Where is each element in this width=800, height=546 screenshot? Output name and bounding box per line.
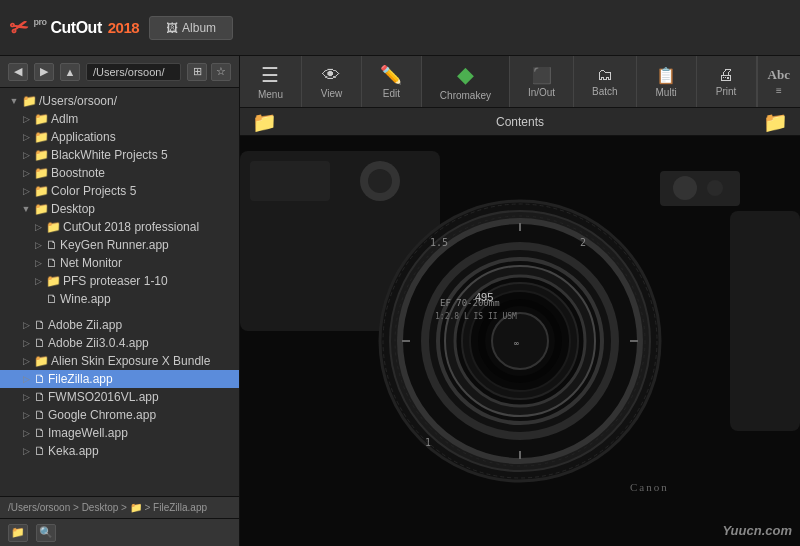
- tree-item-wine[interactable]: ▷ 🗋 Wine.app: [0, 290, 239, 308]
- tree-item-chrome[interactable]: ▷ 🗋 Google Chrome.app: [0, 406, 239, 424]
- view-icon: 👁: [322, 65, 340, 86]
- toolbar-menu[interactable]: ☰ Menu: [240, 56, 302, 107]
- arrow-cutout: ▷: [32, 222, 44, 232]
- chromakey-icon: ◆: [457, 62, 474, 88]
- tree-item-pfs[interactable]: ▷ 📁 PFS proteaser 1-10: [0, 272, 239, 290]
- text-icon[interactable]: Abc: [768, 67, 790, 83]
- svg-text:∞: ∞: [514, 339, 519, 348]
- tree-item-keka[interactable]: ▷ 🗋 Keka.app: [0, 442, 239, 460]
- folder-icon-nav1: 📁: [252, 110, 277, 134]
- arrow-adlm: ▷: [20, 114, 32, 124]
- tree-item-alien-skin[interactable]: ▷ 📁 Alien Skin Exposure X Bundle: [0, 352, 239, 370]
- tree-item-root[interactable]: ▼ 📁 /Users/orsoon/: [0, 92, 239, 110]
- app-icon-wine: 🗋: [46, 292, 58, 306]
- folder-icon-adlm: 📁: [34, 112, 49, 126]
- tree-item-fwmso[interactable]: ▷ 🗋 FWMSO2016VL.app: [0, 388, 239, 406]
- tree-label-filezilla: FileZilla.app: [48, 372, 113, 386]
- toolbar-multi[interactable]: 📋 Multi: [637, 56, 697, 107]
- arrow-alien-skin: ▷: [20, 356, 32, 366]
- tree-item-boostnote[interactable]: ▷ 📁 Boostnote: [0, 164, 239, 182]
- toolbar-view[interactable]: 👁 View: [302, 56, 362, 107]
- tree-label-pfs: PFS proteaser 1-10: [63, 274, 168, 288]
- svg-rect-27: [730, 211, 800, 431]
- folder-icon-desktop: 📁: [34, 202, 49, 216]
- album-button[interactable]: 🖼 Album: [149, 16, 233, 40]
- tree-item-adobe-zii3[interactable]: ▷ 🗋 Adobe Zii3.0.4.app: [0, 334, 239, 352]
- tree-item-keygen[interactable]: ▷ 🗋 KeyGen Runner.app: [0, 236, 239, 254]
- app-icon-keygen: 🗋: [46, 238, 58, 252]
- chromakey-label: Chromakey: [440, 90, 491, 101]
- tree-label-keka: Keka.app: [48, 444, 99, 458]
- tree-item-color-projects[interactable]: ▷ 📁 Color Projects 5: [0, 182, 239, 200]
- tree-label-netmonitor: Net Monitor: [60, 256, 122, 270]
- lines-icon[interactable]: ≡: [776, 85, 782, 96]
- tree-item-adobe-zii[interactable]: ▷ 🗋 Adobe Zii.app: [0, 316, 239, 334]
- toolbar-inout[interactable]: ⬛ In/Out: [510, 56, 574, 107]
- app-icon-filezilla: 🗋: [34, 372, 46, 386]
- app-icon-imagewell: 🗋: [34, 426, 46, 440]
- arrow-color-projects: ▷: [20, 186, 32, 196]
- arrow-boostnote: ▷: [20, 168, 32, 178]
- arrow-keygen: ▷: [32, 240, 44, 250]
- multi-icon: 📋: [656, 66, 676, 85]
- toolbar-batch[interactable]: 🗂 Batch: [574, 56, 637, 107]
- batch-icon: 🗂: [597, 66, 613, 84]
- svg-point-4: [368, 169, 392, 193]
- tree-item-cutout[interactable]: ▷ 📁 CutOut 2018 professional: [0, 218, 239, 236]
- print-label: Print: [716, 86, 737, 97]
- tree-label-boostnote: Boostnote: [51, 166, 105, 180]
- path-text: /Users/orsoon/: [93, 66, 165, 78]
- file-tree: ▼ 📁 /Users/orsoon/ ▷ 📁 Adlm ▷ 📁 Applicat…: [0, 88, 239, 496]
- arrow-adobe-zii: ▷: [20, 320, 32, 330]
- toolbar-chromakey[interactable]: ◆ Chromakey: [422, 56, 510, 107]
- logo-year: 2018: [108, 19, 139, 36]
- scissors-icon: ✂: [7, 13, 31, 43]
- search-button[interactable]: 🔍: [36, 524, 56, 542]
- forward-button[interactable]: ▶: [34, 63, 54, 81]
- toolbar-print[interactable]: 🖨 Print: [697, 56, 757, 107]
- album-icon: 🖼: [166, 21, 178, 35]
- up-button[interactable]: ▲: [60, 63, 80, 81]
- app-icon-adobe-zii: 🗋: [34, 318, 46, 332]
- arrow-adobe-zii3: ▷: [20, 338, 32, 348]
- menu-label: Menu: [258, 89, 283, 100]
- logo-pro: pro: [34, 17, 47, 27]
- add-folder-button[interactable]: ⊞: [187, 63, 207, 81]
- tree-label-adobe-zii: Adobe Zii.app: [48, 318, 122, 332]
- tree-item-imagewell[interactable]: ▷ 🗋 ImageWell.app: [0, 424, 239, 442]
- tree-item-netmonitor[interactable]: ▷ 🗋 Net Monitor: [0, 254, 239, 272]
- inout-label: In/Out: [528, 87, 555, 98]
- app-icon-chrome: 🗋: [34, 408, 46, 422]
- tree-label-adobe-zii3: Adobe Zii3.0.4.app: [48, 336, 149, 350]
- album-label: Album: [182, 21, 216, 35]
- arrow-fwmso: ▷: [20, 392, 32, 402]
- content-header: 📁 Contents 📁: [240, 108, 800, 136]
- sidebar-nav: ◀ ▶ ▲ /Users/orsoon/ ⊞ ☆: [0, 56, 239, 88]
- tree-item-desktop[interactable]: ▼ 📁 Desktop: [0, 200, 239, 218]
- tree-item-blackwhite[interactable]: ▷ 📁 BlackWhite Projects 5: [0, 146, 239, 164]
- back-button[interactable]: ◀: [8, 63, 28, 81]
- tree-label-wine: Wine.app: [60, 292, 111, 306]
- logo-main: CutOut: [51, 19, 102, 37]
- arrow-root: ▼: [8, 96, 20, 106]
- arrow-keka: ▷: [20, 446, 32, 456]
- multi-label: Multi: [656, 87, 677, 98]
- folder-icon-color-projects: 📁: [34, 184, 49, 198]
- inout-icon: ⬛: [532, 66, 552, 85]
- toolbar-edit[interactable]: ✏️ Edit: [362, 56, 422, 107]
- folder-icon-blackwhite: 📁: [34, 148, 49, 162]
- bookmark-button[interactable]: ☆: [211, 63, 231, 81]
- toolbar: ☰ Menu 👁 View ✏️ Edit ◆ Chromakey ⬛ In/O…: [240, 56, 800, 108]
- batch-label: Batch: [592, 86, 618, 97]
- tree-label-root: /Users/orsoon/: [39, 94, 117, 108]
- tree-item-filezilla[interactable]: ▷ 🗋 FileZilla.app: [0, 370, 239, 388]
- status-path: /Users/orsoon > Desktop > 📁 > FileZilla.…: [8, 502, 207, 513]
- tree-item-adlm[interactable]: ▷ 📁 Adlm: [0, 110, 239, 128]
- folder-icon-cutout: 📁: [46, 220, 61, 234]
- tree-item-applications[interactable]: ▷ 📁 Applications: [0, 128, 239, 146]
- tree-label-alien-skin: Alien Skin Exposure X Bundle: [51, 354, 210, 368]
- new-folder-button[interactable]: 📁: [8, 524, 28, 542]
- nav-right-buttons: ⊞ ☆: [187, 63, 231, 81]
- folder-icon-boostnote: 📁: [34, 166, 49, 180]
- arrow-blackwhite: ▷: [20, 150, 32, 160]
